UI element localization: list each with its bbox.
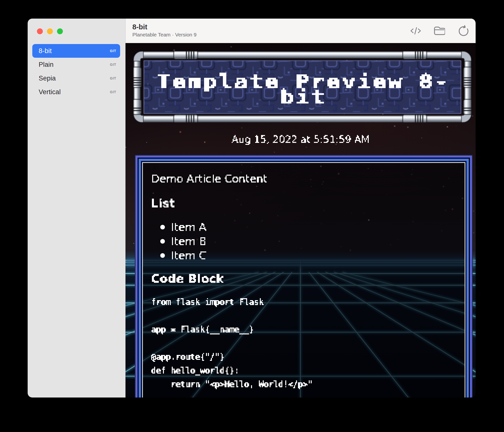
traffic-lights [37,28,63,34]
list-bullet [160,239,165,244]
minimize-button[interactable] [47,28,53,34]
code-line: app = Flask(__name__) [151,326,473,336]
article-box: Demo Article Content List Item A Item B … [143,163,465,398]
git-badge: GIT [110,90,116,94]
sidebar-item[interactable]: Sepia GIT [32,71,120,85]
app-window: 8-bit GIT Plain GIT Sepia GIT Vertical G… [28,19,476,398]
code-icon [410,26,421,36]
template-preview: Template Preview 8-bit Aug 15, 2022 at 5… [126,43,476,398]
title-bar: 8-bit Planetable Team · Version 9 [126,19,476,43]
zoom-button[interactable] [57,28,63,34]
reload-icon [458,25,469,36]
sidebar-item[interactable]: Plain GIT [32,58,120,71]
code-line [151,339,473,350]
article-intro: Demo Article Content [151,175,270,186]
folder-icon [434,26,445,35]
sidebar-item[interactable]: 8-bit GIT [32,44,120,58]
window-title: 8-bit [132,23,147,31]
sidebar-item-label: Plain [39,61,110,68]
main-pane: 8-bit Planetable Team · Version 9 [126,19,476,398]
code-line: @app.route("/") [151,353,473,364]
code-line [151,312,473,323]
banner-title: Template Preview 8-bit [134,74,471,110]
publish-date: Aug 15, 2022 at 5:51:59 AM [126,136,476,147]
sidebar-item-label: 8-bit [39,47,110,55]
git-badge: GIT [110,76,116,80]
reload-button[interactable] [458,25,469,36]
code-line: return "<p>Hello, World!</p>" [151,380,473,391]
template-list: 8-bit GIT Plain GIT Sepia GIT Vertical G… [32,44,120,99]
sidebar-item-label: Sepia [39,75,110,82]
code-preview-button[interactable] [410,25,421,36]
sidebar-item-label: Vertical [39,88,110,96]
code-heading: Code Block [151,274,226,287]
window-subtitle: Planetable Team · Version 9 [132,32,196,38]
sidebar: 8-bit GIT Plain GIT Sepia GIT Vertical G… [28,19,126,398]
list-bullet [160,225,165,229]
folder-button[interactable] [434,25,445,36]
code-line: from flask import Flask [151,298,473,309]
git-badge: GIT [110,49,116,53]
list-bullet [160,253,165,258]
sidebar-item[interactable]: Vertical GIT [32,85,120,99]
list-item-text: Item C [171,251,209,263]
list-heading: List [151,199,177,211]
toolbar [410,19,469,43]
code-line: def hello_world(): [151,367,473,377]
close-button[interactable] [37,28,43,34]
git-badge: GIT [110,63,116,67]
